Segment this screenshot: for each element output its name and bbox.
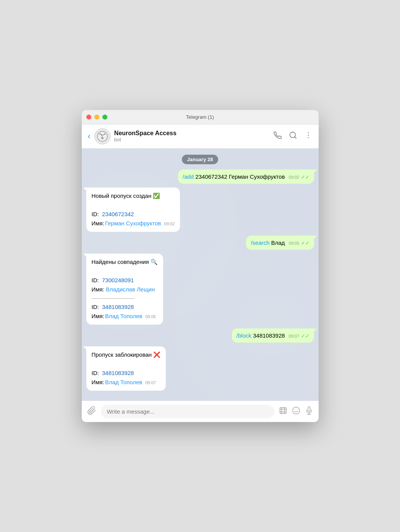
id-value: 2340672342 [102, 211, 134, 217]
msg-name-row: Имя: Герман Сухофруктов 09:02 [92, 219, 175, 228]
message-row: Новый пропуск создан ✅ ID: 2340672342 Им… [86, 188, 314, 232]
svg-point-18 [292, 407, 299, 414]
entry-1-id: ID: 7300248091 [92, 276, 158, 285]
msg-id-row: ID: 2340672342 [92, 210, 175, 219]
message-row: /search Влад 09:05 ✓✓ [86, 236, 314, 250]
cmd-text: /add [183, 173, 194, 180]
avatar: Σ [94, 128, 110, 144]
read-checkmark: ✓✓ [301, 240, 309, 246]
minimize-button[interactable] [94, 115, 99, 120]
msg-title: Найдены совпадения 🔍 [92, 257, 158, 267]
msg-body: 3481083928 [251, 332, 285, 339]
svg-point-12 [308, 137, 309, 138]
input-area [82, 401, 319, 422]
entry-1-name: Имя: Владислав Лещин [92, 285, 158, 294]
window-controls [86, 115, 107, 120]
incoming-bubble: Пропуск заблокирован ❌ ID: 3481083928 Им… [86, 346, 166, 391]
name-value: Влад Тополев [105, 378, 143, 387]
name-label: Имя: [92, 219, 104, 228]
svg-rect-13 [280, 407, 286, 414]
date-text: January 28 [182, 155, 219, 164]
name-val: Владислав Лещин [106, 286, 155, 293]
divider: ------------------------ [92, 294, 158, 302]
cmd-text: /search [251, 239, 269, 246]
message-input[interactable] [101, 405, 274, 418]
msg-time: 09:07 [289, 334, 300, 338]
bot-name: NeuronSpace Access [114, 130, 274, 137]
name-val: Влад Тополев [105, 312, 143, 321]
message-row: /add 2340672342 Герман Сухофруктов 09:02… [86, 170, 314, 184]
svg-point-10 [308, 132, 309, 133]
svg-point-6 [104, 133, 105, 135]
mic-icon[interactable] [305, 406, 313, 417]
msg-title: Пропуск заблокирован ❌ [92, 350, 161, 359]
incoming-bubble: Новый пропуск создан ✅ ID: 2340672342 Им… [86, 188, 180, 232]
id-val: 7300248091 [102, 277, 134, 283]
call-icon[interactable] [274, 131, 282, 141]
name-label: Имя: [92, 378, 104, 387]
name-label: Имя: [92, 312, 104, 321]
msg-time: 09:07 [145, 380, 156, 386]
svg-point-5 [99, 133, 101, 135]
title-bar: Telegram (1) [82, 110, 319, 125]
entry-2-name: Имя: Влад Тополев 09:05 [92, 312, 158, 321]
message-row: Пропуск заблокирован ❌ ID: 3481083928 Им… [86, 346, 314, 391]
msg-time: 09:02 [164, 221, 175, 228]
date-badge: January 28 [86, 155, 314, 164]
read-checkmark: ✓✓ [301, 333, 309, 339]
id-val: 3481083928 [102, 304, 134, 310]
outgoing-bubble: /search Влад 09:05 ✓✓ [246, 236, 314, 250]
message-row: Найдены совпадения 🔍 ID: 7300248091 Имя:… [86, 254, 314, 325]
chat-header: ‹ Σ NeuronSpace Access bot [82, 125, 319, 149]
bot-subtitle: bot [114, 137, 274, 142]
chat-info: NeuronSpace Access bot [114, 130, 274, 142]
attach-icon[interactable] [87, 406, 96, 417]
msg-time: 09:02 [289, 175, 300, 179]
msg-time: 09:05 [289, 241, 300, 246]
back-button[interactable]: ‹ [88, 131, 91, 141]
incoming-bubble: Найдены совпадения 🔍 ID: 7300248091 Имя:… [86, 254, 163, 325]
input-actions [279, 406, 313, 417]
outgoing-bubble: /add 2340672342 Герман Сухофруктов 09:02… [178, 170, 314, 184]
msg-id-row: ID: 3481083928 [92, 369, 161, 378]
telegram-window: Telegram (1) ‹ Σ NeuronSpace Access bot [82, 110, 319, 422]
header-actions [274, 131, 313, 141]
msg-time: 09:05 [145, 314, 156, 320]
maximize-button[interactable] [102, 115, 107, 120]
more-icon[interactable] [304, 131, 313, 141]
msg-name-row: Имя: Влад Тополев 09:07 [92, 378, 161, 387]
name-value: Герман Сухофруктов [105, 219, 161, 228]
id-value: 3481083928 [102, 370, 134, 376]
svg-point-7 [102, 138, 103, 139]
entry-2-id: ID: 3481083928 [92, 302, 158, 312]
msg-body: 2340672342 Герман Сухофруктов [194, 173, 285, 180]
sticker-icon[interactable] [279, 406, 287, 417]
search-icon[interactable] [289, 131, 297, 141]
cmd-text: /block [236, 332, 251, 339]
outgoing-bubble: /block 3481083928 09:07 ✓✓ [232, 328, 314, 343]
message-row: /block 3481083928 09:07 ✓✓ [86, 328, 314, 343]
msg-body: Влад [270, 239, 285, 246]
svg-point-11 [308, 135, 309, 136]
emoji-icon[interactable] [292, 406, 300, 417]
chat-area: January 28 /add 2340672342 Герман Сухофр… [82, 149, 319, 401]
msg-title: Новый пропуск создан ✅ [92, 191, 175, 201]
close-button[interactable] [86, 115, 91, 120]
read-checkmark: ✓✓ [301, 174, 309, 180]
window-title: Telegram (1) [186, 114, 214, 120]
svg-line-9 [295, 137, 296, 138]
